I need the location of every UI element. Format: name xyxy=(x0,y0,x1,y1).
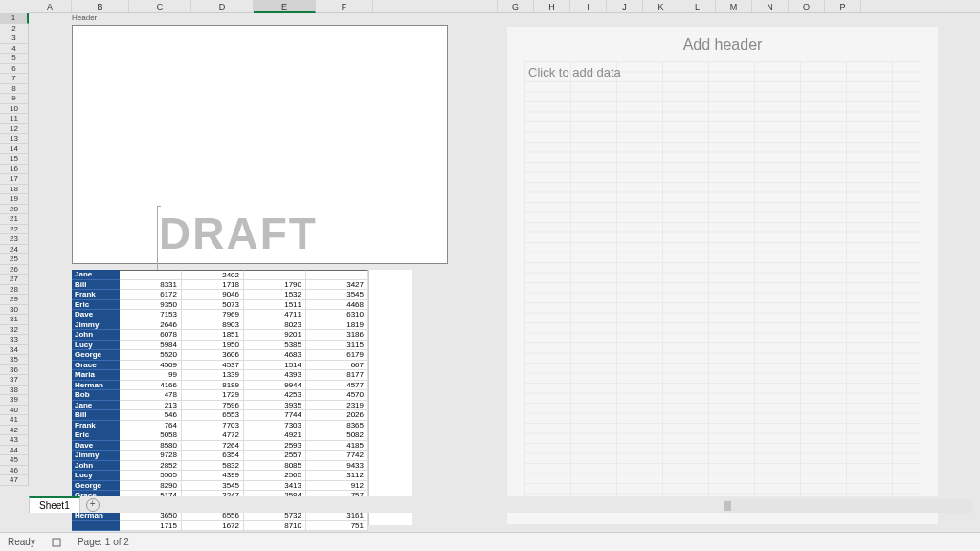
value-cell[interactable]: 2402 xyxy=(182,270,244,280)
value-cell[interactable]: 9350 xyxy=(120,300,182,311)
row-header-3[interactable]: 3 xyxy=(0,33,29,44)
value-cell[interactable]: 4570 xyxy=(306,390,368,401)
value-cell[interactable] xyxy=(120,270,182,280)
name-cell[interactable]: Eric xyxy=(72,300,120,311)
col-header-C[interactable]: C xyxy=(129,0,191,13)
row-header-25[interactable]: 25 xyxy=(0,254,29,265)
row-header-41[interactable]: 41 xyxy=(0,415,29,426)
value-cell[interactable]: 5505 xyxy=(120,471,182,481)
col-header-K[interactable]: K xyxy=(643,0,679,13)
row-header-4[interactable]: 4 xyxy=(0,44,29,55)
value-cell[interactable]: 4683 xyxy=(244,350,306,361)
value-cell[interactable]: 7153 xyxy=(120,310,182,320)
value-cell[interactable]: 7744 xyxy=(244,410,306,421)
value-cell[interactable]: 8189 xyxy=(182,381,244,391)
row-header-column[interactable]: 1234567891011121314151617181920212223242… xyxy=(0,13,29,532)
value-cell[interactable]: 3545 xyxy=(306,290,368,300)
table-row[interactable]: Eric9350507315114468 xyxy=(72,300,368,311)
value-cell[interactable]: 5832 xyxy=(182,461,244,472)
row-header-23[interactable]: 23 xyxy=(0,234,29,245)
row-header-21[interactable]: 21 xyxy=(0,214,29,225)
table-row[interactable]: Eric5058477249215082 xyxy=(72,430,368,441)
name-cell[interactable]: George xyxy=(72,481,120,492)
row-header-17[interactable]: 17 xyxy=(0,174,29,185)
value-cell[interactable]: 5082 xyxy=(306,430,368,441)
row-header-2[interactable]: 2 xyxy=(0,24,29,34)
value-cell[interactable]: 546 xyxy=(120,410,182,421)
row-header-5[interactable]: 5 xyxy=(0,54,29,64)
value-cell[interactable]: 2319 xyxy=(306,401,368,411)
value-cell[interactable]: 2557 xyxy=(244,451,306,461)
empty-grid[interactable] xyxy=(524,61,921,507)
row-header-47[interactable]: 47 xyxy=(0,475,29,486)
click-to-add-data-placeholder[interactable]: Click to add data xyxy=(528,65,621,79)
name-cell[interactable] xyxy=(72,521,120,532)
value-cell[interactable]: 9433 xyxy=(306,461,368,472)
table-row[interactable]: Frank6172904615323545 xyxy=(72,290,368,300)
value-cell[interactable]: 7969 xyxy=(182,310,244,320)
value-cell[interactable]: 7303 xyxy=(244,421,306,431)
row-header-37[interactable]: 37 xyxy=(0,375,29,386)
col-header-B[interactable]: B xyxy=(72,0,129,13)
name-cell[interactable]: John xyxy=(72,461,120,472)
value-cell[interactable]: 99 xyxy=(120,370,182,381)
row-header-22[interactable]: 22 xyxy=(0,225,29,235)
value-cell[interactable] xyxy=(244,270,306,280)
data-table[interactable]: Jane2402Bill8331171817903427Frank6172904… xyxy=(72,270,368,531)
value-cell[interactable]: 8023 xyxy=(244,320,306,331)
value-cell[interactable]: 1339 xyxy=(182,370,244,381)
value-cell[interactable]: 7703 xyxy=(182,421,244,431)
table-row[interactable]: Bob478172942534570 xyxy=(72,390,368,401)
value-cell[interactable]: 5073 xyxy=(182,300,244,311)
col-header-H[interactable]: H xyxy=(534,0,570,13)
value-cell[interactable]: 8580 xyxy=(120,441,182,452)
row-header-15[interactable]: 15 xyxy=(0,154,29,165)
col-header-G[interactable]: G xyxy=(498,0,534,13)
value-cell[interactable]: 9944 xyxy=(244,381,306,391)
row-header-16[interactable]: 16 xyxy=(0,165,29,175)
name-cell[interactable]: Bob xyxy=(72,390,120,401)
name-cell[interactable]: Lucy xyxy=(72,471,120,481)
value-cell[interactable]: 8331 xyxy=(120,280,182,291)
row-header-42[interactable]: 42 xyxy=(0,426,29,436)
name-cell[interactable]: Bill xyxy=(72,410,120,421)
value-cell[interactable]: 1790 xyxy=(244,280,306,291)
row-header-30[interactable]: 30 xyxy=(0,305,29,316)
col-header-N[interactable]: N xyxy=(752,0,789,13)
value-cell[interactable]: 3115 xyxy=(306,341,368,351)
table-row[interactable]: Frank764770373038365 xyxy=(72,421,368,431)
value-cell[interactable]: 3935 xyxy=(244,401,306,411)
name-cell[interactable]: John xyxy=(72,330,120,341)
value-cell[interactable]: 8085 xyxy=(244,461,306,472)
col-header-F[interactable]: F xyxy=(316,0,373,13)
table-row[interactable]: John2852583280859433 xyxy=(72,461,368,472)
value-cell[interactable]: 4393 xyxy=(244,370,306,381)
table-row[interactable]: Herman4166818999444577 xyxy=(72,381,368,391)
name-cell[interactable]: Frank xyxy=(72,421,120,431)
row-header-28[interactable]: 28 xyxy=(0,285,29,296)
row-header-34[interactable]: 34 xyxy=(0,345,29,356)
value-cell[interactable]: 4253 xyxy=(244,390,306,401)
macro-record-icon[interactable] xyxy=(49,535,64,550)
name-cell[interactable]: Herman xyxy=(72,381,120,391)
table-row[interactable]: Jimmy9728635425577742 xyxy=(72,451,368,461)
row-header-24[interactable]: 24 xyxy=(0,245,29,255)
row-header-12[interactable]: 12 xyxy=(0,124,29,135)
col-header-D[interactable]: D xyxy=(191,0,254,13)
value-cell[interactable]: 1819 xyxy=(306,320,368,331)
name-cell[interactable]: Lucy xyxy=(72,341,120,351)
value-cell[interactable]: 6078 xyxy=(120,330,182,341)
value-cell[interactable]: 667 xyxy=(306,361,368,371)
table-row[interactable]: Jane213759639352319 xyxy=(72,401,368,411)
table-row[interactable]: Jane2402 xyxy=(72,270,368,280)
value-cell[interactable]: 4577 xyxy=(306,381,368,391)
table-row[interactable]: Lucy5505439925653112 xyxy=(72,471,368,481)
row-header-29[interactable]: 29 xyxy=(0,295,29,305)
row-header-35[interactable]: 35 xyxy=(0,355,29,365)
name-cell[interactable]: Grace xyxy=(72,361,120,371)
value-cell[interactable]: 4921 xyxy=(244,430,306,441)
value-cell[interactable]: 751 xyxy=(306,521,368,532)
row-header-43[interactable]: 43 xyxy=(0,435,29,446)
name-cell[interactable]: George xyxy=(72,350,120,361)
value-cell[interactable]: 4509 xyxy=(120,361,182,371)
